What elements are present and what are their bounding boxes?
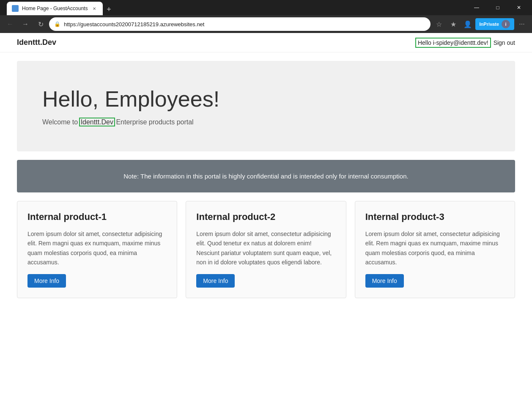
address-bar[interactable]: 🔒 https://guestaccounts20200712185219.az… xyxy=(49,17,431,31)
title-bar: Home Page - GuestAccounts ✕ + — □ ✕ xyxy=(0,0,532,15)
more-info-button-2[interactable]: More Info xyxy=(196,274,235,288)
nav-bar: ← → ↻ 🔒 https://guestaccounts20200712185… xyxy=(0,15,532,33)
product-description-1: Lorem ipsum dolor sit amet, consectetur … xyxy=(27,229,167,267)
hero-subtitle-before: Welcome to xyxy=(42,118,80,126)
inprivate-badge[interactable]: InPrivate i xyxy=(475,18,514,30)
minimize-button[interactable]: — xyxy=(467,0,486,15)
tab-title: Home Page - GuestAccounts xyxy=(22,5,88,11)
product-card-3: Internal product-3 Lorem ipsum dolor sit… xyxy=(355,201,515,298)
product-description-2: Lorem ipsum dolor sit amet, consectetur … xyxy=(196,229,335,267)
tab-bar: Home Page - GuestAccounts ✕ + xyxy=(3,0,465,15)
notice-banner: Note: The information in this portal is … xyxy=(17,160,515,192)
new-tab-button[interactable]: + xyxy=(103,3,115,15)
hero-link[interactable]: Identtt.Dev xyxy=(80,118,114,126)
hero-subtitle-after: Enterprise products portal xyxy=(114,118,194,126)
active-tab[interactable]: Home Page - GuestAccounts ✕ xyxy=(7,2,103,15)
cards-section: Internal product-1 Lorem ipsum dolor sit… xyxy=(17,201,515,298)
tab-close-button[interactable]: ✕ xyxy=(91,5,98,12)
product-title-1: Internal product-1 xyxy=(27,211,167,222)
site-logo: Identtt.Dev xyxy=(17,38,56,47)
product-card-1: Internal product-1 Lorem ipsum dolor sit… xyxy=(17,201,177,298)
profile-button[interactable]: 👤 xyxy=(461,17,474,31)
user-email: Hello i-spidey@identtt.dev! xyxy=(416,38,490,47)
user-area: Hello i-spidey@identtt.dev! Sign out xyxy=(416,38,515,47)
notice-text: Note: The information in this portal is … xyxy=(34,173,498,180)
browser-chrome: Home Page - GuestAccounts ✕ + — □ ✕ ← → … xyxy=(0,0,532,33)
product-title-2: Internal product-2 xyxy=(196,211,335,222)
avatar: i xyxy=(502,20,510,28)
lock-icon: 🔒 xyxy=(54,21,60,27)
more-info-button-3[interactable]: More Info xyxy=(365,274,404,288)
browser-menu-button[interactable]: ··· xyxy=(515,17,529,31)
site-content: Identtt.Dev Hello i-spidey@identtt.dev! … xyxy=(0,33,532,395)
product-description-3: Lorem ipsum dolor sit amet, consectetur … xyxy=(365,229,505,267)
hero-subtitle: Welcome to Identtt.Dev Enterprise produc… xyxy=(42,118,490,126)
window-controls: — □ ✕ xyxy=(467,0,529,15)
tab-favicon xyxy=(12,5,19,12)
favorites-button[interactable]: ☆ xyxy=(432,17,446,31)
more-info-button-1[interactable]: More Info xyxy=(27,274,66,288)
inprivate-label: InPrivate xyxy=(480,22,499,27)
forward-button[interactable]: → xyxy=(19,17,32,31)
nav-actions: ☆ ★ 👤 InPrivate i ··· xyxy=(432,17,529,31)
url-text: https://guestaccounts20200712185219.azur… xyxy=(64,21,425,27)
product-card-2: Internal product-2 Lorem ipsum dolor sit… xyxy=(186,201,346,298)
sign-out-link[interactable]: Sign out xyxy=(494,39,515,46)
maximize-button[interactable]: □ xyxy=(488,0,507,15)
hero-section: Hello, Employees! Welcome to Identtt.Dev… xyxy=(17,61,515,151)
collections-button[interactable]: ★ xyxy=(447,17,460,31)
hero-title: Hello, Employees! xyxy=(42,86,490,112)
back-button[interactable]: ← xyxy=(3,17,17,31)
site-nav: Identtt.Dev Hello i-spidey@identtt.dev! … xyxy=(0,33,532,52)
close-button[interactable]: ✕ xyxy=(509,0,529,15)
product-title-3: Internal product-3 xyxy=(365,211,505,222)
refresh-button[interactable]: ↻ xyxy=(34,17,47,31)
